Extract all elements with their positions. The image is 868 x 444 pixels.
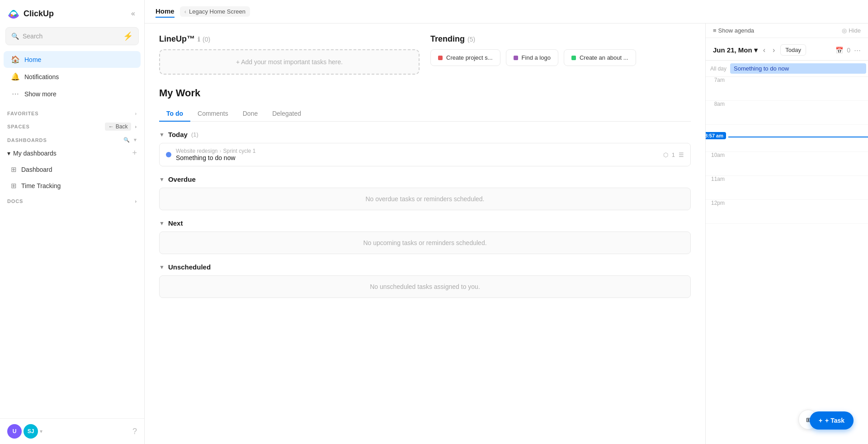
unscheduled-group-header[interactable]: ▼ Unscheduled: [159, 263, 691, 271]
spaces-chevron-icon[interactable]: ›: [135, 124, 137, 129]
my-dashboards-left: ▾ My dashboards: [7, 150, 57, 157]
current-time-line: 8:57 am: [728, 137, 868, 137]
ai-button[interactable]: ⚡: [123, 31, 133, 41]
lineup-info-icon[interactable]: ℹ: [198, 36, 200, 43]
time-label-10am: 10am: [706, 152, 728, 158]
today-group-title: Today: [168, 131, 188, 138]
add-task-button[interactable]: + + Task: [810, 411, 854, 430]
search-icon: 🔍: [11, 33, 19, 40]
back-label: Back: [116, 123, 128, 130]
all-day-event-label: Something to do now: [734, 65, 789, 72]
task-item-1[interactable]: Website redesign › Sprint cycle 1 Someth…: [159, 143, 691, 166]
dashboards-chevron-icon[interactable]: ▾: [134, 137, 137, 143]
calendar-prev-button[interactable]: ‹: [761, 45, 767, 55]
calendar-next-button[interactable]: ›: [771, 45, 777, 55]
trending-title-text: Trending: [430, 34, 465, 44]
calendar-nav-left: Jun 21, Mon ▾ ‹ › Today: [713, 44, 806, 56]
overdue-empty-message: No overdue tasks or reminders scheduled.: [365, 195, 484, 203]
calendar-icon: 📅: [835, 47, 843, 54]
avatar-group[interactable]: U SJ ▾: [7, 424, 42, 439]
calendar-today-button[interactable]: Today: [780, 44, 806, 56]
legacy-breadcrumb[interactable]: ‹ Legacy Home Screen: [180, 6, 250, 17]
trending-item-2[interactable]: Find a logo: [506, 49, 558, 66]
more-icon: ⋯: [11, 90, 20, 98]
time-content-12pm: [728, 200, 868, 223]
trending-dot-red: [438, 56, 443, 60]
tab-done[interactable]: Done: [236, 106, 265, 122]
trending-count: (5): [467, 36, 475, 43]
my-work-title: My Work: [159, 87, 691, 99]
next-group-header[interactable]: ▼ Next: [159, 219, 691, 227]
next-group-title: Next: [168, 219, 183, 227]
search-dashboards-icon[interactable]: 🔍: [123, 137, 130, 143]
sidebar-footer: U SJ ▾ ?: [0, 418, 144, 444]
calendar-header: Jun 21, Mon ▾ ‹ › Today 📅 0 ⋯: [706, 38, 868, 61]
dashboards-icons: 🔍 ▾: [123, 137, 137, 143]
time-tracking-icon: ⊞: [11, 182, 17, 190]
add-dashboard-button[interactable]: +: [132, 148, 137, 158]
dashboard-item-dashboard[interactable]: ⊞ Dashboard: [4, 162, 141, 177]
avatar-u: U: [7, 424, 22, 439]
time-content-current: 8:57 am: [728, 125, 868, 148]
favorites-section-header: FAVORITES ›: [0, 106, 144, 118]
lineup-title: LineUp™ ℹ (0): [159, 34, 420, 44]
time-content-11am: [728, 176, 868, 199]
calendar-date-label[interactable]: Jun 21, Mon ▾: [713, 46, 758, 54]
tab-comments[interactable]: Comments: [190, 106, 236, 122]
my-dashboards-row[interactable]: ▾ My dashboards +: [0, 145, 144, 161]
avatar-dropdown-icon[interactable]: ▾: [40, 428, 42, 435]
logo[interactable]: ClickUp: [7, 7, 54, 20]
dashboard-grid-icon: ⊞: [11, 165, 17, 174]
add-task-label: + Task: [825, 417, 844, 424]
trending-item-1[interactable]: Create project s...: [430, 49, 500, 66]
docs-chevron-icon[interactable]: ›: [135, 198, 137, 204]
all-day-label: All day: [708, 66, 730, 72]
dashboard-item-time-tracking[interactable]: ⊞ Time Tracking: [4, 178, 141, 194]
unscheduled-chevron-icon: ▼: [159, 264, 165, 270]
time-row-12pm: 12pm: [706, 200, 868, 224]
next-empty-message: No upcoming tasks or reminders scheduled…: [363, 239, 486, 246]
calendar-date-chevron: ▾: [754, 46, 758, 54]
home-tab[interactable]: Home: [156, 5, 175, 18]
overdue-empty-state: No overdue tasks or reminders scheduled.: [159, 188, 691, 210]
hide-calendar-button[interactable]: ◎ Hide: [842, 27, 861, 34]
time-row-10am: 10am: [706, 152, 868, 176]
lineup-add-button[interactable]: + Add your most important tasks here.: [159, 49, 420, 75]
back-button[interactable]: ← Back: [105, 123, 132, 131]
today-group-header[interactable]: ▼ Today (1): [159, 131, 691, 138]
help-button[interactable]: ?: [132, 427, 137, 436]
calendar-more-button[interactable]: ⋯: [854, 46, 861, 54]
trending-dot-purple: [514, 56, 518, 60]
sidebar-item-home[interactable]: 🏠 Home: [4, 51, 141, 68]
unscheduled-group: ▼ Unscheduled No unscheduled tasks assig…: [159, 263, 691, 298]
favorites-chevron-icon[interactable]: ›: [135, 111, 137, 116]
hide-label: Hide: [849, 27, 861, 34]
sidebar-item-show-more[interactable]: ⋯ Show more: [4, 85, 141, 102]
show-agenda-button[interactable]: ≡ Show agenda: [713, 27, 754, 34]
tab-delegated-label: Delegated: [272, 110, 301, 117]
time-content-7am: [728, 77, 868, 100]
lineup-title-text: LineUp™: [159, 34, 195, 44]
sidebar-collapse-button[interactable]: «: [129, 8, 137, 19]
my-work-tabs: To do Comments Done Delegated: [159, 106, 691, 122]
trending-item-3[interactable]: Create an about ...: [564, 49, 636, 66]
all-day-event[interactable]: Something to do now: [730, 63, 866, 74]
all-day-row: All day Something to do now: [706, 61, 868, 77]
breadcrumb-label: Legacy Home Screen: [189, 8, 245, 15]
overdue-group: ▼ Overdue No overdue tasks or reminders …: [159, 175, 691, 210]
overdue-group-title: Overdue: [168, 175, 196, 183]
search-bar[interactable]: 🔍 Search ⚡: [5, 27, 139, 45]
next-empty-state: No upcoming tasks or reminders scheduled…: [159, 231, 691, 254]
overdue-group-header[interactable]: ▼ Overdue: [159, 175, 691, 183]
tab-delegated[interactable]: Delegated: [265, 106, 308, 122]
overdue-chevron-icon: ▼: [159, 176, 165, 183]
tab-todo[interactable]: To do: [159, 106, 190, 122]
lineup-column: LineUp™ ℹ (0) + Add your most important …: [159, 34, 420, 75]
my-dashboards-label: My dashboards: [13, 150, 57, 157]
docs-section-header: DOCS ›: [0, 194, 144, 206]
hide-eye-icon: ◎: [842, 27, 847, 34]
calendar-right-actions: 📅 0 ⋯: [835, 46, 861, 54]
sidebar-item-notifications[interactable]: 🔔 Notifications: [4, 68, 141, 85]
task-priority-icon: ☰: [679, 151, 684, 158]
svg-point-0: [11, 14, 13, 17]
